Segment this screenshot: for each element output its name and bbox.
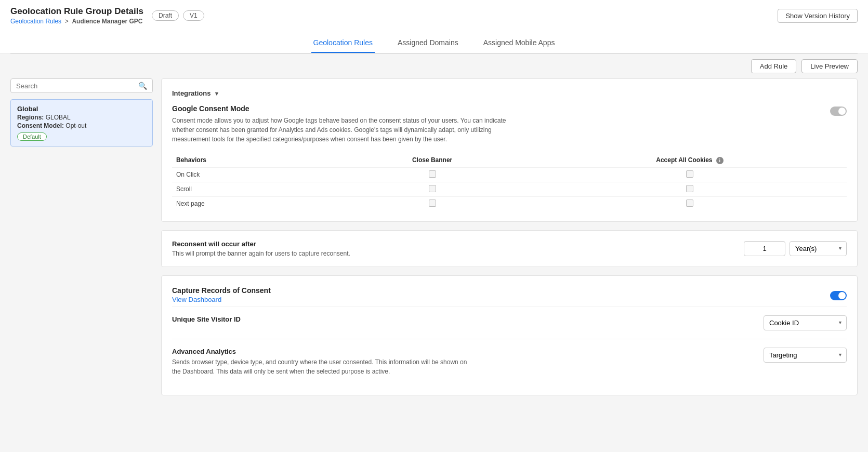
search-icon: 🔍 [138,82,147,90]
close-banner-on-click-checkbox[interactable] [429,170,436,178]
capture-title: Capture Records of Consent [172,286,271,295]
rule-consent-model: Consent Model: Opt-out [17,122,146,129]
header: Geolocation Rule Group Details Geolocati… [0,0,868,54]
advanced-analytics-select[interactable]: Targeting Analytics Functional [764,348,847,363]
advanced-analytics-title: Advanced Analytics [172,348,764,355]
toolbar: Add Rule Live Preview [0,54,868,78]
integrations-label: Integrations [172,89,211,97]
capture-records-card: Capture Records of Consent View Dashboar… [161,275,858,395]
rule-title: Global [17,105,146,113]
close-banner-scroll-checkbox[interactable] [429,185,436,192]
google-consent-mode-section: Google Consent Mode Consent mode allows … [172,104,847,144]
capture-header: Capture Records of Consent View Dashboar… [172,286,847,303]
page-title: Geolocation Rule Group Details [10,6,143,17]
show-version-history-button[interactable]: Show Version History [778,9,858,23]
col-accept-all-cookies: Accept All Cookies i [533,153,847,167]
capture-records-toggle[interactable] [830,291,847,300]
table-row: Scroll [172,182,847,196]
breadcrumb-link[interactable]: Geolocation Rules [10,18,61,25]
advanced-analytics-select-wrapper: Targeting Analytics Functional [764,348,847,363]
integrations-header: Integrations ▼ [172,89,847,97]
table-row: Next page [172,196,847,211]
accept-all-cookies-info-icon[interactable]: i [716,157,724,164]
reconsent-description: This will prompt the banner again for us… [172,250,744,257]
reconsent-value-input[interactable] [744,241,785,256]
accept-all-on-click-checkbox[interactable] [686,170,693,178]
advanced-analytics-content: Advanced Analytics Sends browser type, d… [172,348,764,376]
gcm-title: Google Consent Mode [172,104,820,113]
reconsent-card: Reconsent will occur after This will pro… [161,230,858,267]
unique-site-visitor-row: Unique Site Visitor ID Cookie ID Local S… [172,307,847,339]
reconsent-period-select[interactable]: Year(s) Month(s) Day(s) [790,241,847,256]
chevron-down-icon: ▼ [214,90,219,97]
unique-site-visitor-content: Unique Site Visitor ID [172,315,764,325]
main-layout: 🔍 Global Regions: GLOBAL Consent Model: … [0,78,868,414]
reconsent-info: Reconsent will occur after This will pro… [172,240,744,257]
reconsent-period-select-wrapper: Year(s) Month(s) Day(s) [790,241,847,256]
col-close-banner: Close Banner [332,153,533,167]
behavior-next-page: Next page [172,196,332,211]
live-preview-button[interactable]: Live Preview [801,59,858,73]
accept-all-scroll-checkbox[interactable] [686,185,693,192]
tab-geolocation-rules[interactable]: Geolocation Rules [311,33,375,53]
rule-regions: Regions: GLOBAL [17,114,146,121]
behaviors-table: Behaviors Close Banner Accept All Cookie… [172,153,847,211]
reconsent-controls: Year(s) Month(s) Day(s) [744,241,847,256]
accept-all-next-page-checkbox[interactable] [686,200,693,207]
reconsent-title: Reconsent will occur after [172,240,744,248]
add-rule-button[interactable]: Add Rule [751,59,796,73]
unique-site-visitor-select[interactable]: Cookie ID Local Storage None [764,315,847,330]
rule-item-global[interactable]: Global Regions: GLOBAL Consent Model: Op… [10,99,153,147]
search-box: 🔍 [10,78,153,93]
behavior-on-click: On Click [172,167,332,182]
advanced-analytics-row: Advanced Analytics Sends browser type, d… [172,339,847,384]
tab-assigned-domains[interactable]: Assigned Domains [396,33,461,53]
breadcrumb: Geolocation Rules > Audience Manager GPC [10,18,143,25]
draft-badge: Draft [152,10,179,21]
advanced-analytics-description: Sends browser type, device type, and cou… [172,357,474,376]
breadcrumb-current: Audience Manager GPC [72,18,142,25]
behaviors-section: Behaviors Close Banner Accept All Cookie… [172,153,847,211]
close-banner-next-page-checkbox[interactable] [429,200,436,207]
version-badge: V1 [183,10,204,21]
unique-site-visitor-select-wrapper: Cookie ID Local Storage None [764,315,847,330]
col-behavior: Behaviors [172,153,332,167]
header-badges: Draft V1 [152,10,204,21]
gcm-description: Consent mode allows you to adjust how Go… [172,116,525,144]
gcm-content: Google Consent Mode Consent mode allows … [172,104,820,144]
content-area: Integrations ▼ Google Consent Mode Conse… [161,78,858,404]
integrations-card: Integrations ▼ Google Consent Mode Conse… [161,78,858,222]
tabs-bar: Geolocation Rules Assigned Domains Assig… [10,33,858,54]
search-input[interactable] [16,82,138,90]
view-dashboard-link[interactable]: View Dashboard [172,296,271,303]
tab-assigned-mobile-apps[interactable]: Assigned Mobile Apps [481,33,557,53]
behavior-scroll: Scroll [172,182,332,196]
unique-site-visitor-title: Unique Site Visitor ID [172,315,764,323]
sidebar: 🔍 Global Regions: GLOBAL Consent Model: … [10,78,161,404]
gcm-toggle[interactable] [830,107,847,116]
default-badge: Default [17,132,47,141]
table-row: On Click [172,167,847,182]
